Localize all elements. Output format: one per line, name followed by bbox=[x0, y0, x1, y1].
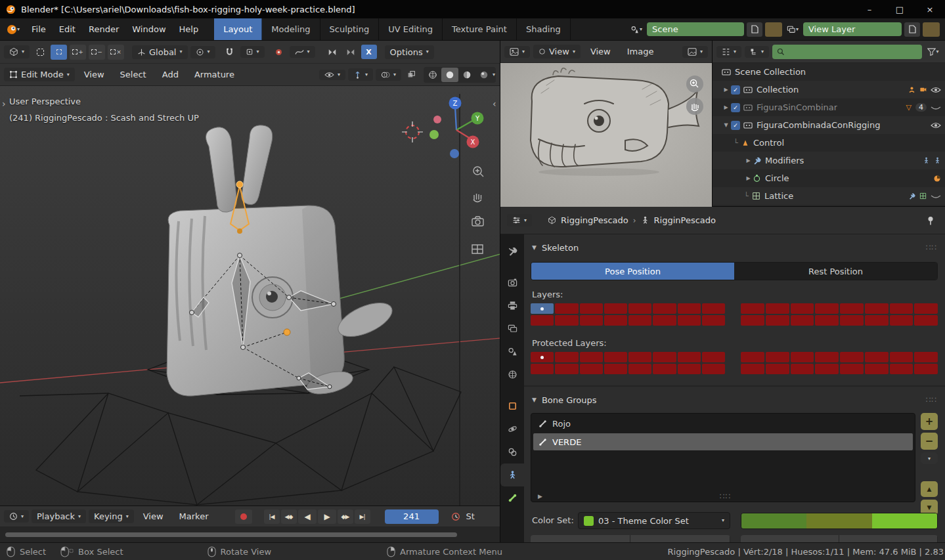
mirror-butterfly-icon-2[interactable] bbox=[343, 44, 359, 60]
layer-toggle[interactable] bbox=[580, 364, 603, 374]
proportional-falloff-dropdown[interactable]: ▾ bbox=[290, 46, 315, 58]
expand-icon[interactable]: ▶ bbox=[722, 87, 730, 93]
xray-toggle[interactable] bbox=[404, 67, 420, 83]
assign-button[interactable] bbox=[531, 535, 630, 542]
tab-scene[interactable] bbox=[500, 340, 524, 363]
layer-toggle[interactable] bbox=[580, 352, 603, 362]
editor-type-button-outliner[interactable]: ▾ bbox=[716, 46, 741, 58]
layer-toggle[interactable] bbox=[678, 303, 701, 314]
tab-texture-paint[interactable]: Texture Paint bbox=[443, 18, 517, 40]
select-mode-extend-button[interactable]: + bbox=[70, 45, 86, 60]
next-keyframe-button[interactable]: ◆▶ bbox=[338, 509, 353, 524]
breadcrumb-object[interactable]: RiggingPescado bbox=[561, 215, 628, 225]
outliner-row-scene-collection[interactable]: Scene Collection bbox=[713, 63, 945, 81]
layer-toggle[interactable] bbox=[653, 364, 676, 374]
shading-material-button[interactable] bbox=[458, 68, 475, 82]
list-resize-grip[interactable]: ∷∷ bbox=[720, 492, 731, 501]
timeline-strip[interactable] bbox=[0, 527, 500, 542]
pivot-point-dropdown[interactable]: ▾ bbox=[190, 46, 215, 58]
layer-toggle[interactable] bbox=[531, 303, 554, 314]
layer-toggle[interactable] bbox=[890, 315, 913, 326]
keying-dropdown[interactable]: Keying▾ bbox=[89, 509, 134, 523]
color-select-swatch[interactable] bbox=[806, 513, 871, 528]
layer-toggle[interactable] bbox=[766, 352, 789, 362]
outliner-row-lattice[interactable]: └ Lattice bbox=[713, 187, 945, 205]
tab-shading[interactable]: Shading bbox=[517, 18, 571, 40]
menu-select[interactable]: Select bbox=[114, 66, 153, 83]
scene-name-field[interactable]: Scene bbox=[647, 22, 744, 36]
layer-toggle[interactable] bbox=[840, 303, 864, 314]
eye-open-icon[interactable] bbox=[931, 122, 941, 129]
bone-group-row-verde[interactable]: VERDE bbox=[533, 433, 913, 450]
eye-closed-icon[interactable] bbox=[931, 193, 941, 200]
layer-toggle[interactable] bbox=[815, 303, 839, 314]
collection-checkbox[interactable]: ✓ bbox=[731, 103, 740, 112]
menu-view-viewport[interactable]: View bbox=[77, 66, 111, 83]
tab-output[interactable] bbox=[500, 294, 524, 317]
layer-toggle[interactable] bbox=[555, 315, 578, 326]
expand-icon[interactable]: ▶ bbox=[744, 175, 753, 181]
layer-toggle[interactable] bbox=[531, 315, 554, 326]
menu-edit[interactable]: Edit bbox=[53, 21, 82, 37]
transform-orientation-dropdown[interactable]: Global ▾ bbox=[132, 45, 188, 59]
menu-image[interactable]: Image bbox=[621, 43, 661, 60]
auto-keying-toggle[interactable] bbox=[235, 509, 252, 524]
layer-toggle[interactable] bbox=[678, 352, 701, 362]
pin-id-button[interactable] bbox=[923, 213, 938, 228]
layer-toggle[interactable] bbox=[653, 352, 676, 362]
layer-toggle[interactable] bbox=[555, 303, 578, 314]
layer-toggle[interactable] bbox=[865, 364, 889, 374]
layer-toggle[interactable] bbox=[766, 364, 789, 374]
layer-toggle[interactable] bbox=[604, 352, 627, 362]
skeleton-panel-header[interactable]: ▼ Skeleton ∷∷ bbox=[524, 238, 945, 257]
layer-toggle[interactable] bbox=[604, 315, 627, 326]
timeline-scrollbar[interactable] bbox=[5, 532, 457, 537]
layer-toggle[interactable] bbox=[580, 303, 603, 314]
layer-toggle[interactable] bbox=[865, 315, 889, 326]
menu-file[interactable]: File bbox=[25, 21, 53, 37]
remove-button[interactable] bbox=[630, 535, 730, 542]
bone-groups-panel-header[interactable]: ▼ Bone Groups ∷∷ bbox=[524, 391, 945, 409]
layer-toggle[interactable] bbox=[914, 352, 938, 362]
collection-checkbox[interactable]: ✓ bbox=[731, 85, 740, 95]
view-layer-field[interactable]: View Layer bbox=[803, 22, 902, 36]
bone-groups-list[interactable]: Rojo VERDE ▶ ∷∷ bbox=[531, 413, 915, 502]
collection-checkbox[interactable]: ✓ bbox=[731, 121, 740, 130]
outliner-row-control[interactable]: └ Control bbox=[713, 134, 945, 152]
image-datablock-dropdown[interactable]: ▾ bbox=[682, 46, 708, 58]
layer-toggle[interactable] bbox=[791, 315, 814, 326]
layer-toggle[interactable] bbox=[678, 315, 701, 326]
menu-armature[interactable]: Armature bbox=[188, 66, 241, 83]
layer-toggle[interactable] bbox=[604, 364, 627, 374]
current-frame-field[interactable]: 241 bbox=[385, 509, 439, 524]
layer-toggle[interactable] bbox=[815, 364, 839, 374]
unlink-scene-button[interactable] bbox=[765, 22, 782, 37]
options-dropdown[interactable]: Options ▾ bbox=[385, 45, 434, 59]
viewport-3d-canvas[interactable]: Z Y X ‹ › User Perspective (241) Rigging… bbox=[0, 86, 500, 506]
color-normal-swatch[interactable] bbox=[741, 513, 806, 528]
layer-toggle[interactable] bbox=[555, 352, 578, 362]
shading-wireframe-button[interactable] bbox=[424, 68, 441, 82]
snap-target-dropdown[interactable]: ▾ bbox=[240, 46, 265, 58]
preview-range-toggle[interactable] bbox=[448, 509, 464, 525]
layer-toggle[interactable] bbox=[840, 315, 864, 326]
layer-toggle[interactable] bbox=[741, 352, 764, 362]
layer-toggle[interactable] bbox=[702, 364, 725, 374]
layer-toggle[interactable] bbox=[653, 303, 676, 314]
editor-type-button-properties[interactable]: ▾ bbox=[507, 214, 532, 226]
color-active-swatch[interactable] bbox=[872, 513, 937, 528]
add-bone-group-button[interactable]: + bbox=[921, 413, 938, 430]
shading-solid-button[interactable] bbox=[441, 68, 458, 82]
shading-rendered-button[interactable] bbox=[475, 68, 493, 82]
tab-tool[interactable] bbox=[500, 240, 524, 263]
layer-toggle[interactable] bbox=[604, 303, 627, 314]
jump-to-end-button[interactable]: ▶| bbox=[355, 509, 370, 524]
layer-toggle[interactable] bbox=[580, 315, 603, 326]
layer-toggle[interactable] bbox=[840, 352, 864, 362]
layer-toggle[interactable] bbox=[890, 303, 913, 314]
jump-to-start-button[interactable]: |◀ bbox=[264, 509, 280, 524]
tab-world[interactable] bbox=[500, 363, 524, 386]
outliner-row-circle[interactable]: ▶ Circle bbox=[713, 169, 945, 187]
previous-keyframe-button[interactable]: ◀◆ bbox=[281, 509, 297, 524]
maximize-button[interactable]: □ bbox=[885, 0, 915, 18]
